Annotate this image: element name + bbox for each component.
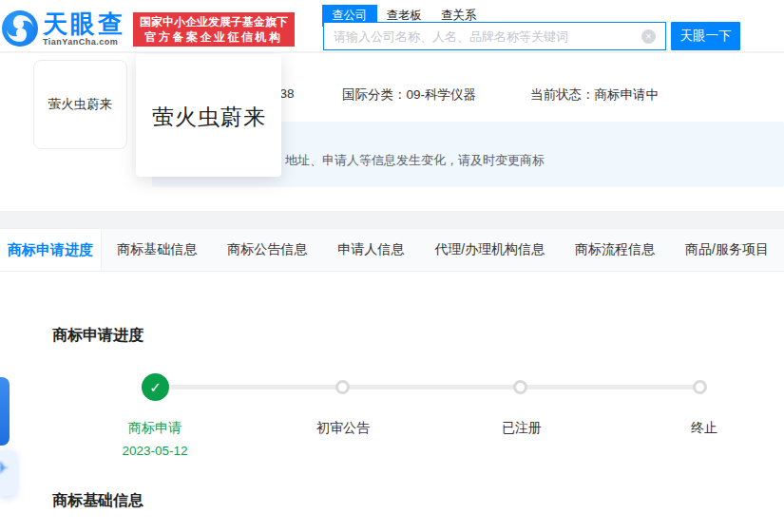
current-status: 当前状态：商标申请中	[530, 86, 659, 104]
tab-process-info[interactable]: 商标流程信息	[560, 229, 670, 271]
trademark-detail-page: 天眼查 TianYanCha.com 国家中小企业发展子基金旗下 官方备案企业征…	[0, 0, 784, 532]
tab-announcement-info[interactable]: 商标公告信息	[212, 229, 322, 271]
badge-line1: 国家中小企业发展子基金旗下	[133, 14, 295, 29]
search-button[interactable]: 天眼一下	[671, 22, 740, 50]
change-notice-text: 地址、申请人等信息发生变化，请及时变更商标	[285, 152, 545, 169]
detail-nav-tabs: 商标申请进度 商标基础信息 商标公告信息 申请人信息 代理/办理机构信息 商标流…	[0, 228, 784, 272]
search-input[interactable]	[324, 29, 641, 44]
site-header: 天眼查 TianYanCha.com 国家中小企业发展子基金旗下 官方备案企业征…	[0, 0, 784, 52]
step-label-preliminary: 初审公告	[316, 420, 370, 437]
progress-title: 商标申请进度	[52, 326, 143, 346]
side-float-tab[interactable]	[0, 377, 10, 446]
timeline-line	[155, 385, 700, 390]
step-circle-preliminary	[335, 380, 350, 394]
trademark-thumbnail-text: 萤火虫蔚来	[48, 96, 113, 113]
step-circle-terminated	[693, 380, 707, 394]
step-label-terminated: 终止	[691, 420, 717, 437]
trademark-thumbnail[interactable]: 萤火虫蔚来	[33, 60, 127, 149]
check-icon: ✓	[142, 373, 169, 401]
logo-domain: TianYanCha.com	[43, 37, 125, 47]
tab-application-progress[interactable]: 商标申请进度	[0, 229, 102, 271]
official-badge: 国家中小企业发展子基金旗下 官方备案企业征信机构	[133, 12, 295, 47]
clear-icon[interactable]: ×	[641, 29, 656, 44]
logo-title: 天眼查	[43, 10, 125, 37]
basic-info-title: 商标基础信息	[52, 491, 143, 511]
international-class: 国际分类：09-科学仪器	[342, 86, 476, 104]
send-icon: ✈	[0, 458, 9, 479]
trademark-preview-popup: 萤火虫蔚来	[136, 54, 281, 177]
step-date-application: 2023-05-12	[122, 444, 187, 458]
tianyancha-logo[interactable]: 天眼查 TianYanCha.com	[2, 10, 125, 47]
tab-applicant-info[interactable]: 申请人信息	[322, 229, 419, 271]
step-circle-registered	[513, 380, 527, 394]
tab-agency-info[interactable]: 代理/办理机构信息	[419, 229, 560, 271]
step-label-application: 商标申请	[128, 420, 182, 437]
step-label-registered: 已注册	[502, 420, 542, 437]
tianyancha-logo-icon	[2, 10, 38, 47]
trademark-summary-section: 萤火虫蔚来 038 国际分类：09-科学仪器 当前状态：商标申请中 地址、申请人…	[0, 53, 784, 211]
trademark-preview-text: 萤火虫蔚来	[152, 104, 266, 129]
search-box: ×	[323, 22, 666, 50]
side-service-icon[interactable]: ✈	[0, 450, 16, 496]
progress-section: 商标申请进度 ✓ 商标申请 初审公告 已注册 终止 2023-05-12 商标基…	[0, 272, 784, 532]
tab-goods-services[interactable]: 商品/服务项目	[670, 229, 784, 271]
tab-basic-info[interactable]: 商标基础信息	[102, 229, 212, 271]
badge-line2: 官方备案企业征信机构	[133, 29, 295, 45]
